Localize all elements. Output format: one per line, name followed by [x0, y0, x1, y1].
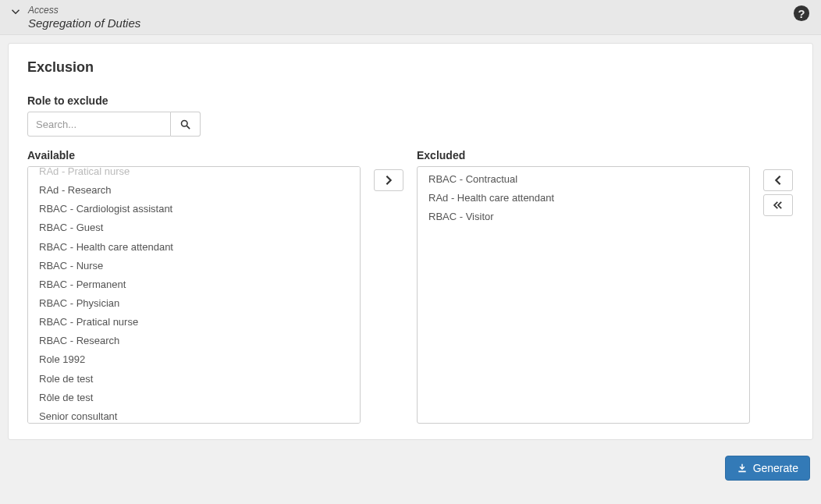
help-icon: ?: [793, 5, 810, 22]
dual-list: Available RAd - Pratical nurseRAd - Rese…: [27, 149, 794, 424]
role-to-exclude-label: Role to exclude: [27, 94, 794, 107]
list-item[interactable]: RAd - Health care attendant: [418, 189, 749, 208]
list-item[interactable]: Role de test: [28, 370, 360, 389]
list-item[interactable]: RBAC - Physician: [28, 294, 360, 313]
chevron-left-icon: [773, 175, 784, 186]
list-item[interactable]: RBAC - Visitor: [418, 208, 749, 226]
generate-label: Generate: [753, 462, 798, 474]
list-item[interactable]: RAd - Pratical nurse: [28, 166, 360, 181]
excluded-list[interactable]: RBAC - ContractualRAd - Health care atte…: [417, 166, 750, 424]
download-icon: [737, 463, 748, 474]
available-list[interactable]: RAd - Pratical nurseRAd - ResearchRBAC -…: [27, 166, 361, 424]
list-item[interactable]: RBAC - Permanent: [28, 275, 360, 294]
remove-transfer-column: [762, 149, 794, 424]
svg-text:?: ?: [798, 8, 805, 20]
generate-button[interactable]: Generate: [725, 456, 810, 481]
list-item[interactable]: Rôle de test: [28, 389, 360, 407]
help-button[interactable]: ?: [793, 5, 810, 22]
page-header: Access Segregation of Duties ?: [0, 0, 821, 35]
breadcrumb-access: Access: [28, 5, 140, 16]
list-item[interactable]: RBAC - Research: [28, 332, 360, 350]
remove-button[interactable]: [763, 169, 793, 191]
list-item[interactable]: RBAC - Contractual: [418, 170, 749, 189]
footer: Generate: [0, 448, 821, 488]
exclusion-panel: Exclusion Role to exclude Available RAd …: [8, 43, 813, 440]
search-input[interactable]: [27, 112, 171, 137]
chevron-right-icon: [383, 175, 394, 186]
excluded-label: Excluded: [417, 149, 750, 161]
list-item[interactable]: Role 1992: [28, 350, 360, 369]
list-item[interactable]: Senior consultant: [28, 407, 360, 424]
excluded-column: Excluded RBAC - ContractualRAd - Health …: [417, 149, 750, 424]
list-item[interactable]: RBAC - Pratical nurse: [28, 313, 360, 332]
available-column: Available RAd - Pratical nurseRAd - Rese…: [27, 149, 361, 424]
panel-title: Exclusion: [27, 59, 794, 76]
remove-all-button[interactable]: [763, 194, 793, 216]
header-text: Access Segregation of Duties: [28, 5, 140, 30]
chevron-down-icon: [11, 7, 20, 16]
search-row: [27, 112, 794, 137]
list-item[interactable]: RBAC - Health care attendant: [28, 238, 360, 257]
list-item[interactable]: RBAC - Nurse: [28, 257, 360, 275]
list-item[interactable]: RBAC - Cardiologist assistant: [28, 200, 360, 218]
svg-point-2: [182, 120, 188, 126]
svg-line-3: [187, 126, 190, 129]
list-item[interactable]: RAd - Research: [28, 181, 360, 200]
list-item[interactable]: RBAC - Guest: [28, 218, 360, 237]
double-chevron-left-icon: [773, 200, 784, 211]
add-button[interactable]: [374, 169, 403, 191]
collapse-toggle[interactable]: [11, 6, 20, 19]
search-icon: [179, 119, 191, 130]
available-label: Available: [27, 149, 361, 161]
add-transfer-column: [373, 149, 404, 424]
page-title: Segregation of Duties: [28, 16, 140, 30]
search-button[interactable]: [171, 112, 201, 137]
